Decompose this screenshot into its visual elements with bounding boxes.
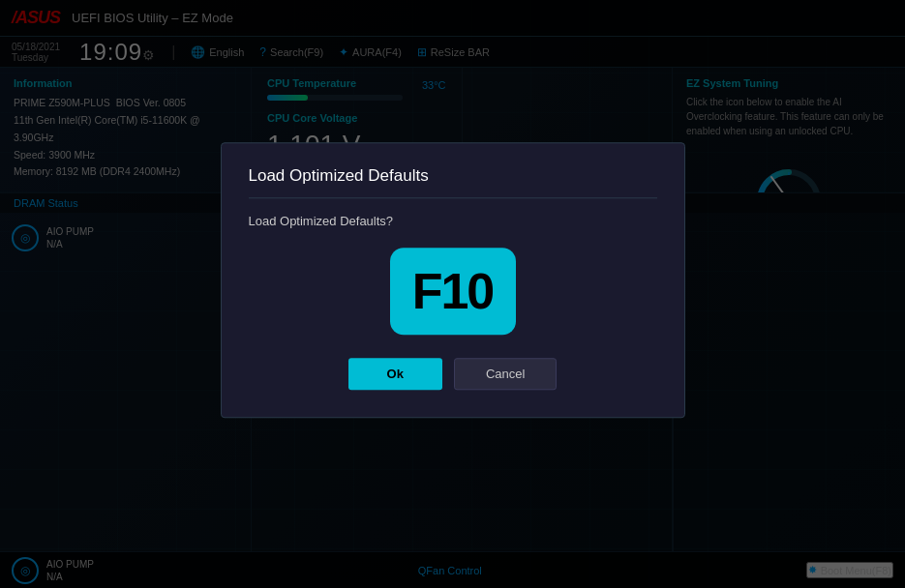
cancel-button[interactable]: Cancel (454, 358, 557, 390)
dialog-title: Load Optimized Defaults (249, 166, 657, 198)
f10-key-display: F10 (249, 248, 657, 335)
dialog-body: Load Optimized Defaults? (249, 214, 657, 228)
f10-badge: F10 (390, 248, 516, 335)
load-defaults-dialog: Load Optimized Defaults Load Optimized D… (221, 142, 685, 418)
dialog-buttons: Ok Cancel (249, 358, 657, 390)
ok-button[interactable]: Ok (348, 358, 442, 390)
